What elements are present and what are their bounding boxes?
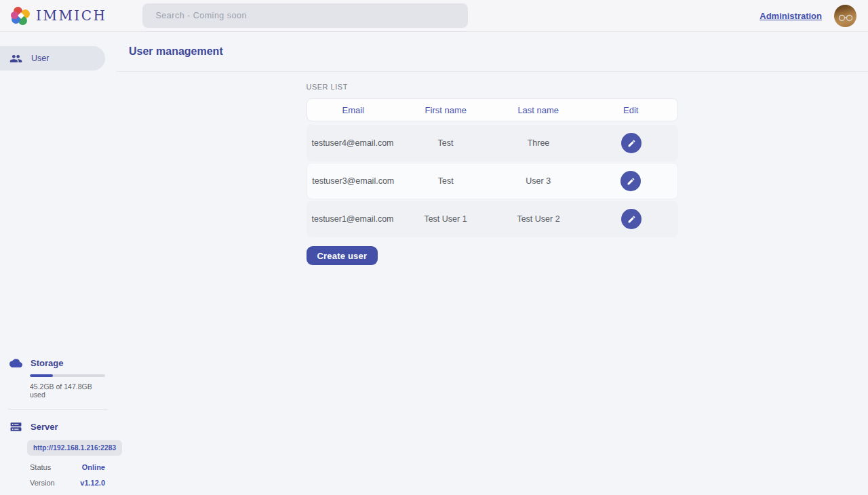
cell-first-name: Test [438,176,454,186]
sidebar-item-label: User [31,54,49,63]
sidebar-item-user[interactable]: User [0,46,105,71]
sidebar-divider [8,409,108,410]
server-url-badge: http://192.168.1.216:2283 [27,440,122,456]
admin-sidebar: User Storage 45.2GB of 147.8GB used [0,32,116,495]
immich-logo[interactable]: IMMICH [0,7,107,25]
cell-last-name: Three [528,138,550,148]
server-section-header: Server [9,420,105,433]
server-status-row: Status Online [30,463,105,471]
administration-link[interactable]: Administration [760,11,822,21]
user-list-label: USER LIST [307,83,678,91]
user-avatar[interactable] [834,5,856,27]
search-input[interactable] [142,3,468,28]
status-value: Online [82,463,105,471]
server-version-row: Version v1.12.0 [30,479,105,487]
version-label: Version [30,479,55,487]
glasses-graphic [838,14,853,22]
storage-progress-bar [30,374,105,377]
server-title: Server [31,422,58,432]
immich-flower-icon [12,7,30,25]
cell-email: testuser1@email.com [311,214,393,224]
users-icon [9,52,22,65]
storage-title: Storage [31,358,63,368]
top-bar: IMMICH Administration [0,0,868,32]
column-header-first-name: First name [425,105,467,115]
pencil-icon [627,215,636,224]
cell-first-name: Test User 1 [424,214,467,224]
create-user-button[interactable]: Create user [307,246,378,265]
server-icon [9,420,22,433]
edit-user-button[interactable] [620,171,641,191]
page-header: User management [116,32,868,72]
storage-progress-fill [30,374,53,377]
status-label: Status [30,463,51,471]
cell-email: testuser4@email.com [311,138,393,148]
cell-first-name: Test [438,138,454,148]
cell-last-name: User 3 [526,176,551,186]
column-header-last-name: Last name [517,105,559,115]
edit-user-button[interactable] [621,133,642,153]
cell-last-name: Test User 2 [517,214,559,224]
pencil-icon [627,139,636,148]
storage-section-header: Storage [9,357,105,370]
main-content: User management USER LIST Email First na… [116,32,868,495]
table-row: testuser3@email.com Test User 3 [307,163,678,199]
storage-usage-text: 45.2GB of 147.8GB used [30,382,105,399]
sidebar-footer: Storage 45.2GB of 147.8GB used Server [0,357,116,487]
cloud-icon [9,357,22,370]
pencil-icon [627,177,635,186]
page-title: User management [129,45,223,58]
table-row: testuser4@email.com Test Three [307,125,678,161]
cell-email: testuser3@email.com [312,176,394,186]
user-table-header: Email First name Last name Edit [307,98,678,121]
column-header-email: Email [342,105,364,115]
edit-user-button[interactable] [621,209,642,229]
column-header-edit: Edit [623,105,638,115]
logo-text: IMMICH [36,7,107,24]
table-row: testuser1@email.com Test User 1 Test Use… [307,201,678,237]
version-value: v1.12.0 [80,479,105,487]
